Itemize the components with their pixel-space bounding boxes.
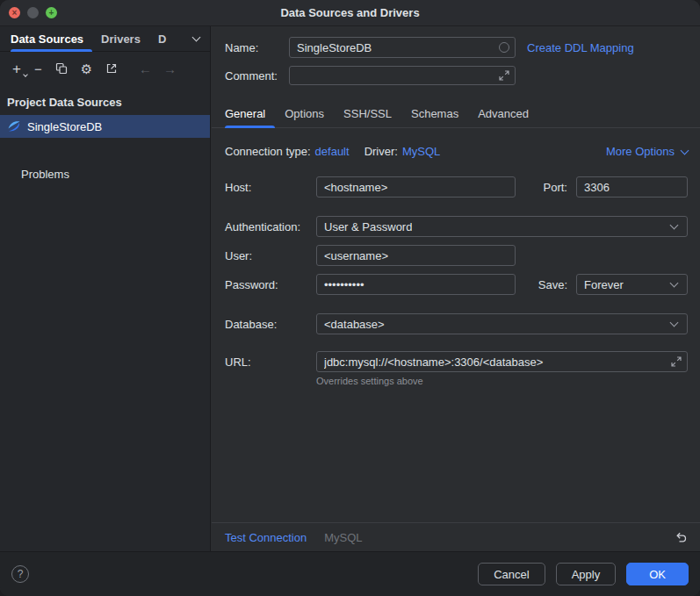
sidebar-toolbar: + − ⚙ [0, 54, 210, 83]
data-sources-dialog: × + Data Sources and Drivers Data Source… [0, 0, 700, 596]
chevron-down-icon [681, 146, 689, 154]
refresh-ring-icon [499, 42, 509, 53]
main-panel: Name: Create DDL Mapping Comment: Genera… [212, 26, 700, 551]
list-item-singlestoredb[interactable]: SingleStoreDB [0, 115, 210, 138]
tab-data-sources-label: Data Sources [11, 32, 83, 46]
url-field [316, 351, 688, 372]
tab-ssh-ssl[interactable]: SSH/SSL [334, 107, 401, 127]
remove-button[interactable]: − [34, 62, 42, 75]
settings-tabs: General Options SSH/SSL Schemas Advanced [212, 104, 700, 128]
gear-icon: ⚙ [81, 62, 92, 75]
minimize-window-button[interactable] [27, 7, 39, 18]
dialog-footer: ? Cancel Apply OK [0, 551, 700, 596]
connection-footer: Test Connection MySQL [212, 522, 700, 551]
create-ddl-mapping-link[interactable]: Create DDL Mapping [527, 41, 634, 54]
plus-icon: + [12, 61, 21, 76]
traffic-lights: × + [9, 0, 57, 25]
tab-ddl-truncated-label: D [158, 32, 166, 46]
name-input[interactable] [290, 38, 499, 57]
save-select[interactable]: Forever [576, 274, 688, 295]
password-label: Password: [225, 278, 316, 291]
host-input[interactable] [317, 177, 515, 197]
comment-label: Comment: [225, 69, 289, 83]
duplicate-button[interactable] [55, 62, 68, 75]
open-in-editor-button[interactable] [105, 62, 118, 75]
apply-button[interactable]: Apply [556, 563, 617, 585]
authentication-select[interactable]: User & Password [316, 216, 688, 237]
minus-icon: − [34, 62, 42, 75]
save-label: Save: [538, 278, 567, 291]
url-label: URL: [225, 355, 316, 369]
authentication-value: User & Password [324, 220, 412, 233]
port-field [576, 176, 688, 197]
copy-icon [55, 62, 68, 75]
connection-type-label: Connection type: [225, 145, 311, 158]
port-label: Port: [544, 181, 567, 194]
more-options-link[interactable]: More Options [606, 145, 688, 158]
tab-options[interactable]: Options [275, 107, 334, 127]
sidebar-tabs: Data Sources Drivers D [0, 26, 210, 52]
tabs-overflow-chevron-down-icon[interactable] [190, 33, 203, 44]
tab-drivers-label: Drivers [101, 32, 141, 46]
back-button[interactable]: ← [139, 62, 152, 75]
expand-icon [499, 70, 509, 81]
tab-schemas-label: Schemas [411, 107, 458, 120]
singlestore-icon [7, 119, 21, 133]
expand-icon [671, 356, 682, 367]
tab-general[interactable]: General [225, 107, 275, 127]
driver-label: Driver: [364, 145, 398, 158]
name-field [289, 37, 516, 58]
undo-icon [675, 531, 688, 544]
name-label: Name: [225, 41, 289, 54]
plus-dropdown-caret-icon [23, 72, 28, 77]
ok-button[interactable]: OK [626, 563, 689, 585]
save-value: Forever [584, 278, 624, 291]
expand-comment-button[interactable] [499, 70, 509, 81]
cancel-button[interactable]: Cancel [478, 563, 545, 585]
zoom-window-button[interactable]: + [46, 7, 57, 18]
external-link-icon [105, 62, 118, 75]
close-window-button[interactable]: × [9, 7, 20, 18]
help-button[interactable]: ? [11, 565, 29, 583]
add-data-source-button[interactable]: + [12, 61, 21, 76]
connection-type-value-link[interactable]: default [315, 145, 350, 158]
back-arrow-icon: ← [139, 62, 152, 75]
more-options-label: More Options [606, 145, 675, 158]
revert-button[interactable] [675, 531, 688, 544]
database-combobox[interactable]: <database> [316, 313, 688, 334]
forward-button[interactable]: → [163, 62, 177, 75]
user-field [316, 245, 516, 266]
tab-drivers[interactable]: Drivers [92, 26, 149, 51]
titlebar: × + Data Sources and Drivers [0, 0, 700, 26]
tab-ddl-truncated[interactable]: D [149, 26, 175, 51]
tab-advanced-label: Advanced [478, 107, 529, 120]
comment-input[interactable] [290, 67, 499, 84]
user-label: User: [225, 249, 316, 262]
window-title: Data Sources and Drivers [280, 6, 419, 19]
password-input[interactable] [317, 275, 515, 294]
tab-advanced[interactable]: Advanced [468, 107, 538, 127]
password-field [316, 274, 516, 295]
forward-arrow-icon: → [163, 62, 177, 75]
list-item-label: SingleStoreDB [27, 120, 102, 133]
history-nav: ← → [139, 62, 177, 75]
user-input[interactable] [317, 246, 515, 265]
tab-data-sources[interactable]: Data Sources [11, 26, 92, 51]
chevron-down-icon [670, 279, 679, 288]
comment-field [289, 66, 516, 85]
tab-options-label: Options [285, 107, 324, 120]
data-source-properties-button[interactable]: ⚙ [81, 62, 92, 75]
authentication-label: Authentication: [225, 220, 316, 233]
tab-general-label: General [225, 107, 265, 120]
test-connection-link[interactable]: Test Connection [225, 531, 307, 544]
database-label: Database: [225, 318, 316, 331]
driver-status-text: MySQL [324, 531, 362, 544]
problems-section[interactable]: Problems [0, 168, 210, 181]
database-value: <database> [324, 318, 385, 331]
port-input[interactable] [577, 177, 687, 197]
project-data-sources-header: Project Data Sources [0, 83, 210, 115]
driver-value-link[interactable]: MySQL [402, 145, 440, 158]
tab-schemas[interactable]: Schemas [401, 107, 468, 127]
expand-url-button[interactable] [671, 356, 682, 367]
url-input[interactable] [317, 352, 671, 371]
